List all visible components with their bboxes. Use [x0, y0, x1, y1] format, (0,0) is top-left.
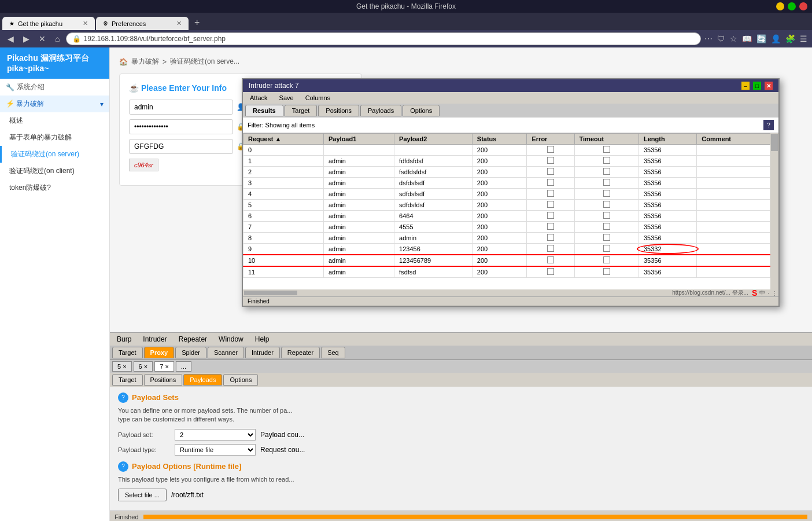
- iw-vertical-scrollbar[interactable]: [770, 133, 778, 289]
- table-row[interactable]: 6admin646420035356: [243, 211, 770, 222]
- col-status[interactable]: Status: [472, 134, 527, 145]
- error-checkbox[interactable]: [603, 223, 610, 230]
- error-checkbox[interactable]: [603, 245, 610, 252]
- sidebar-system-intro[interactable]: 🔧 系统介绍: [0, 79, 109, 96]
- iw-minimize-btn[interactable]: –: [741, 82, 750, 90]
- tab-close-btn[interactable]: ✕: [83, 20, 88, 27]
- select-file-button[interactable]: Select file ...: [118, 489, 167, 501]
- tab-close-pref[interactable]: ✕: [176, 20, 182, 27]
- tool-tab-scanner[interactable]: Scanner: [208, 347, 244, 358]
- tool-tab-proxy[interactable]: Proxy: [144, 347, 175, 358]
- burp-menu-burp[interactable]: Burp: [115, 334, 134, 344]
- iw-tab-results[interactable]: Results: [245, 105, 283, 116]
- num-tab-6[interactable]: 6 ×: [134, 361, 153, 372]
- new-tab-button[interactable]: +: [190, 15, 204, 30]
- iw-menu-save[interactable]: Save: [277, 93, 296, 102]
- error-checkbox[interactable]: [547, 223, 554, 230]
- error-checkbox[interactable]: [547, 146, 554, 153]
- minimize-btn[interactable]: [776, 2, 784, 10]
- error-checkbox[interactable]: [603, 234, 610, 241]
- payload-set-select[interactable]: 2 1: [175, 429, 256, 441]
- col-error[interactable]: Error: [527, 134, 574, 145]
- iw-maximize-btn[interactable]: □: [753, 82, 761, 90]
- sidebar-brute-force[interactable]: ⚡ 暴力破解 ▾: [0, 96, 109, 112]
- browser-tab-preferences[interactable]: ⚙ Preferences ✕: [96, 17, 189, 30]
- back-button[interactable]: ◀: [5, 33, 17, 45]
- error-checkbox[interactable]: [603, 212, 610, 219]
- iw-scroll-h-thumb[interactable]: [248, 291, 294, 295]
- error-checkbox[interactable]: [603, 268, 610, 275]
- error-checkbox[interactable]: [603, 201, 610, 208]
- table-row[interactable]: 2adminfsdfdsfdsf20035356: [243, 167, 770, 178]
- burp-menu-repeater[interactable]: Repeater: [176, 334, 209, 344]
- error-checkbox[interactable]: [547, 190, 554, 197]
- error-checkbox[interactable]: [547, 234, 554, 241]
- sub-tab-target[interactable]: Target: [112, 374, 143, 386]
- table-row[interactable]: 020035356: [243, 145, 770, 156]
- iw-close-btn[interactable]: ✕: [765, 82, 773, 90]
- tool-tab-spider[interactable]: Spider: [175, 347, 206, 358]
- error-checkbox[interactable]: [603, 190, 610, 197]
- col-payload2[interactable]: Payload2: [394, 134, 473, 145]
- sub-tab-payloads[interactable]: Payloads: [183, 374, 222, 386]
- username-input[interactable]: [129, 100, 233, 115]
- table-row[interactable]: 3admindsfdsfsdf20035356: [243, 178, 770, 189]
- iw-horizontal-scrollbar[interactable]: https://blog.csdn.net/... 登录... S 中 · ⋮: [243, 289, 778, 296]
- error-checkbox[interactable]: [603, 168, 610, 175]
- captcha-input[interactable]: [129, 139, 233, 154]
- payload-type-select[interactable]: Runtime file Simple list: [175, 444, 256, 456]
- home-button[interactable]: ⌂: [52, 33, 62, 45]
- browser-tab-pikachu[interactable]: ★ Get the pikachu ✕: [2, 17, 95, 30]
- error-checkbox[interactable]: [547, 268, 554, 275]
- error-checkbox[interactable]: [603, 157, 610, 164]
- hamburger-menu[interactable]: ☰: [800, 34, 807, 43]
- table-row[interactable]: 7admin455520035356: [243, 222, 770, 233]
- password-input[interactable]: [129, 119, 233, 134]
- forward-button[interactable]: ▶: [20, 33, 32, 45]
- payload-options-help[interactable]: ?: [118, 461, 128, 472]
- sub-tab-options[interactable]: Options: [223, 374, 258, 386]
- num-tab-5[interactable]: 5 ×: [112, 361, 132, 372]
- tool-tab-seq[interactable]: Seq: [321, 347, 345, 358]
- error-checkbox[interactable]: [547, 201, 554, 208]
- table-row[interactable]: 10admin12345678920035356: [243, 255, 770, 266]
- error-checkbox[interactable]: [603, 146, 610, 153]
- iw-tab-positions[interactable]: Positions: [318, 105, 359, 116]
- bookmark-icon[interactable]: ☆: [730, 34, 737, 43]
- tool-tab-intruder[interactable]: Intruder: [245, 347, 280, 358]
- table-row[interactable]: 8adminadmin20035356: [243, 233, 770, 244]
- table-row[interactable]: 5adminsdfdsfdsf20035356: [243, 200, 770, 211]
- table-row[interactable]: 11adminfsdfsd20035356: [243, 266, 770, 278]
- more-btn[interactable]: ⋯: [704, 34, 713, 43]
- num-tab-7[interactable]: 7 ×: [154, 361, 174, 372]
- sidebar-item-token[interactable]: token防爆破?: [0, 179, 109, 196]
- iw-scroll-thumb[interactable]: [771, 134, 778, 151]
- reader-view-icon[interactable]: 📖: [742, 34, 752, 43]
- iw-tab-options[interactable]: Options: [403, 105, 440, 116]
- sidebar-item-captcha-server[interactable]: 验证码绕过(on server): [0, 146, 109, 163]
- table-row[interactable]: 1adminfdfdsfdsf20035356: [243, 156, 770, 167]
- col-comment[interactable]: Comment: [697, 134, 770, 145]
- table-row[interactable]: 9admin12345620035332: [243, 244, 770, 255]
- error-checkbox[interactable]: [603, 256, 610, 263]
- iw-table-container[interactable]: Request ▲ Payload1 Payload2 Status Error…: [243, 133, 770, 289]
- error-checkbox[interactable]: [547, 157, 554, 164]
- burp-menu-window[interactable]: Window: [216, 334, 246, 344]
- burp-menu-help[interactable]: Help: [253, 334, 272, 344]
- error-checkbox[interactable]: [547, 245, 554, 252]
- error-checkbox[interactable]: [547, 212, 554, 219]
- burp-menu-intruder[interactable]: Intruder: [141, 334, 169, 344]
- sub-tab-positions[interactable]: Positions: [144, 374, 183, 386]
- error-checkbox[interactable]: [547, 168, 554, 175]
- error-checkbox[interactable]: [603, 179, 610, 186]
- error-checkbox[interactable]: [547, 179, 554, 186]
- url-bar[interactable]: 🔒 192.168.1.109:88/vul/burteforce/bf_ser…: [66, 32, 701, 45]
- close-btn[interactable]: [799, 2, 807, 10]
- table-row[interactable]: 4adminsdfdsfsdf20035356: [243, 189, 770, 200]
- maximize-btn[interactable]: [788, 2, 796, 10]
- reload-button[interactable]: ✕: [36, 33, 49, 45]
- sidebar-item-form-brute[interactable]: 基于表单的暴力破解: [0, 129, 109, 146]
- num-tab-more[interactable]: ...: [176, 361, 191, 372]
- col-payload1[interactable]: Payload1: [324, 134, 394, 145]
- filter-help-btn[interactable]: ?: [763, 120, 774, 130]
